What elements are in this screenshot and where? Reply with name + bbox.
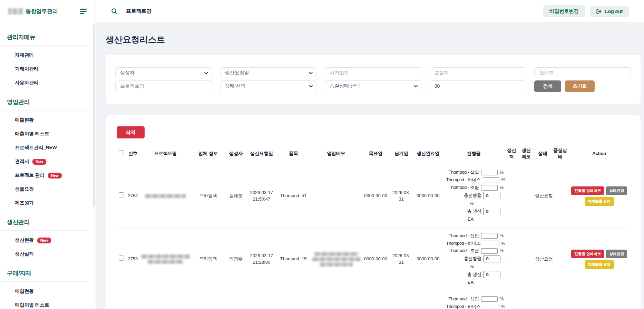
chevron-down-icon [309, 83, 313, 87]
change-password-button[interactable]: 비밀번호변경 [543, 5, 585, 17]
col-request-date: 생산요청일 [247, 144, 276, 164]
col-progress: 진행율 [443, 144, 505, 164]
list-panel: 삭제 번호 프로젝트명 업체 정보 생성자 [106, 115, 641, 309]
company-input[interactable] [539, 70, 626, 76]
start-date-input[interactable] [330, 70, 417, 76]
main-area: 프로젝트명 비밀번호변경 Log out 생산요청리스트 [96, 0, 644, 309]
section-title-purchase: 구매/자재 [0, 267, 87, 282]
cell-project-redacted [140, 164, 191, 228]
cell-project-redacted [140, 291, 191, 309]
sidebar-item-materials[interactable]: 자재관리 [0, 48, 96, 62]
chevron-down-icon [204, 70, 208, 74]
progress-input-harness[interactable] [483, 177, 499, 183]
brand[interactable]: 통합업무관리 [8, 8, 58, 15]
total-production-input[interactable] [483, 208, 500, 215]
progress-input-harness[interactable] [483, 304, 499, 309]
progress-input-insert[interactable] [481, 296, 498, 302]
cell-item: Thompod: 15 [276, 228, 310, 291]
status-select[interactable]: 상태 선택 [220, 80, 317, 91]
change-status-button[interactable]: 상태변경 [606, 186, 627, 195]
sidebar-item-project-mgmt[interactable]: 프로젝트 관리New [0, 168, 96, 182]
cell-sales-memo: 3월24일 고객사에서 폐사로 찾으러 올겁니다. [310, 291, 362, 309]
limit-input[interactable] [435, 83, 521, 89]
end-date-input[interactable] [435, 70, 521, 76]
progress-input-insert[interactable] [481, 170, 498, 175]
cell-due-date: 2026-03-24 [390, 291, 413, 309]
sidebar-item-project-mgmt-new[interactable]: 프로젝트관리_NEW [0, 141, 96, 155]
section-title-production: 생산관리 [0, 215, 87, 231]
cell-producer: - [505, 291, 518, 309]
filter-buttons: 검색 초기화 [534, 80, 631, 92]
sidebar-item-clients[interactable]: 거래처관리 [0, 62, 96, 76]
cell-producer: - [505, 164, 518, 228]
sidebar-item-quotation[interactable]: 견적서New [0, 155, 96, 168]
update-progress-button[interactable]: 진행율 업데이트 [571, 250, 604, 258]
page-content: 생산요청리스트 생성자 생산요청일 [96, 23, 644, 309]
sidebar-item-purchase-by-vendor[interactable]: 매입처별 리스트 [0, 298, 96, 309]
global-search[interactable]: 프로젝트명 [111, 8, 152, 15]
sidebar-item-manufacturing-cost[interactable]: 제조원가 [0, 196, 96, 210]
total-progress-input[interactable] [483, 255, 500, 262]
cell-item: Thompod: 13 [276, 291, 310, 309]
project-name-input[interactable] [120, 83, 207, 89]
progress-input-insert[interactable] [481, 233, 498, 239]
progress-input-assembly[interactable] [481, 248, 498, 254]
sidebar-item-sample-request[interactable]: 샘플요청 [0, 182, 96, 196]
cell-production-memo [518, 164, 534, 228]
reset-button[interactable]: 초기화 [565, 80, 595, 92]
sidebar-item-sales-status[interactable]: 매출현황 [0, 113, 96, 127]
company-logo [8, 8, 23, 15]
end-date-field [430, 67, 526, 78]
table-row: 2753 프라임텍 안광후 2026-03-17 21:28:00 Thompo… [117, 228, 630, 291]
cell-progress: Thompod - 삽입% Thompod - 하네스% Thompod - 조… [443, 291, 505, 309]
logout-button[interactable]: Log out [590, 6, 629, 17]
sidebar-nav: 관리자메뉴 자재관리 거래처관리 사용자관리 영업관리 매출현황 매출처별 리스… [0, 23, 96, 309]
col-status: 상태 [534, 144, 552, 164]
cell-item: Thompod: 51 [276, 164, 310, 228]
material-request-button[interactable]: 자재불출 요청 [585, 260, 614, 269]
sidebar: 통합업무관리 관리자메뉴 자재관리 거래처관리 사용자관리 영업관리 매출현황 … [0, 0, 96, 309]
project-name-field [115, 80, 212, 91]
search-button[interactable]: 검색 [534, 80, 561, 92]
update-progress-button[interactable]: 진행율 업데이트 [571, 186, 604, 195]
sidebar-item-production-results[interactable]: 생산실적 [0, 247, 96, 261]
cell-request-date: 2026-03-17 21:28:00 [247, 228, 276, 291]
cell-complete-date: 0000-00-00 [413, 291, 443, 309]
row-checkbox[interactable] [119, 255, 124, 261]
request-date-select[interactable]: 생산요청일 [220, 67, 317, 78]
delete-button[interactable]: 삭제 [117, 126, 145, 138]
cell-complete-date: 0000-00-00 [413, 228, 443, 291]
cell-production-memo [518, 291, 534, 309]
sidebar-item-users[interactable]: 사용자관리 [0, 76, 96, 90]
row-checkbox[interactable] [119, 192, 124, 197]
sidebar-item-sales-by-client[interactable]: 매출처별 리스트 [0, 127, 96, 141]
cell-due-date: 2026-03-31 [390, 228, 413, 291]
material-request-button[interactable]: 자재불출 요청 [585, 197, 614, 206]
table-row: 2754 프라임텍 김태호 2026-03-17 21:50:47 Thompo… [117, 164, 630, 228]
select-all-checkbox[interactable] [119, 150, 124, 155]
cell-creator: 안광후 [225, 291, 247, 309]
creator-select[interactable]: 생성자 [115, 67, 212, 78]
search-input[interactable]: 프로젝트명 [126, 8, 152, 15]
cell-request-date: 2026-03-17 20:56:02 [247, 291, 276, 309]
filter-panel: 생성자 생산요청일 [106, 55, 641, 104]
nav-section-admin: 관리자메뉴 자재관리 거래처관리 사용자관리 [0, 30, 96, 90]
sidebar-item-production-status[interactable]: 생산현황New [0, 233, 96, 247]
table-header-row: 번호 프로젝트명 업체 정보 생성자 생산요청일 품목 영업메모 목표일 납기일… [117, 144, 630, 164]
quality-status-select[interactable]: 품질상태 선택 [325, 80, 421, 91]
cell-progress: Thompod - 삽입% Thompod - 하네스% Thompod - 조… [443, 164, 505, 228]
hamburger-menu-icon[interactable] [80, 9, 87, 14]
total-progress-input[interactable] [483, 192, 500, 199]
sidebar-item-purchase-status[interactable]: 매입현황 [0, 284, 96, 298]
change-status-button[interactable]: 상태변경 [606, 250, 627, 258]
col-complete-date: 생산완료일 [413, 144, 443, 164]
sidebar-scrollbar[interactable] [93, 24, 95, 207]
nav-section-purchase: 구매/자재 매입현황 매입처별 리스트 [0, 267, 96, 309]
cell-no: 2752 [126, 291, 140, 309]
col-producer: 생산처 [505, 144, 518, 164]
cell-quality [552, 228, 569, 291]
progress-input-assembly[interactable] [481, 185, 498, 191]
topbar-actions: 비밀번호변경 Log out [543, 5, 629, 17]
total-production-input[interactable] [483, 271, 500, 278]
progress-input-harness[interactable] [483, 241, 499, 246]
